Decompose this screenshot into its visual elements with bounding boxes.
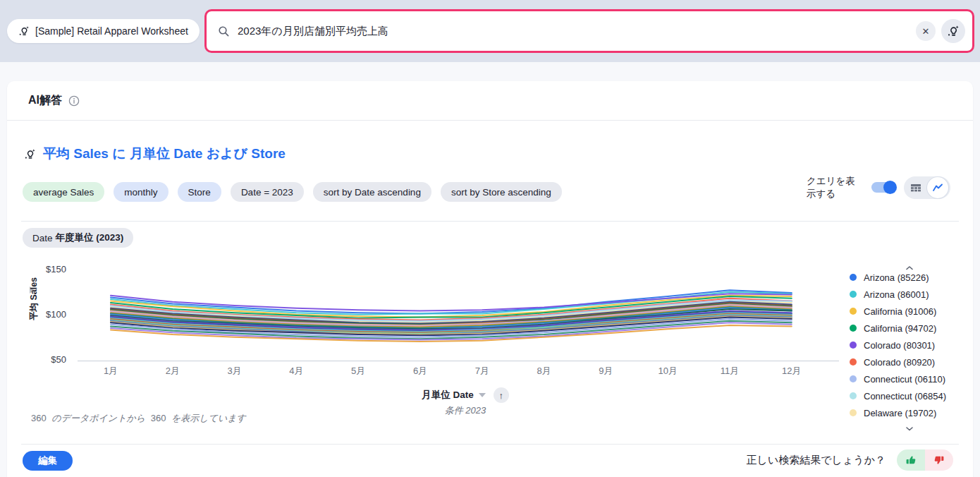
sort-ascending-button[interactable]: ↑ <box>494 387 509 403</box>
x-tick-label: 3月 <box>227 366 241 376</box>
thumbs-up-button[interactable] <box>897 449 925 471</box>
points-text: を表示しています <box>171 413 246 423</box>
worksheet-name: [Sample] Retail Apparel Worksheet <box>35 25 188 37</box>
legend-label: Arizona (85226) <box>864 272 929 283</box>
legend-label: Arizona (86001) <box>864 289 929 300</box>
x-tick-label: 4月 <box>289 366 303 376</box>
legend-scroll-down-icon[interactable] <box>850 421 969 430</box>
ai-answer-header: AI解答 <box>7 81 973 121</box>
x-tick-label: 7月 <box>475 366 489 376</box>
x-tick-label: 9月 <box>599 366 613 376</box>
legend-color-dot <box>850 291 857 298</box>
info-icon[interactable] <box>68 95 80 107</box>
feedback-question: 正しい検索結果でしょうか？ <box>747 454 886 467</box>
legend-item[interactable]: California (94702) <box>850 320 969 337</box>
search-box: ✕ <box>204 9 974 53</box>
view-switcher <box>904 176 950 199</box>
line-chart[interactable]: 1月2月3月4月5月6月7月8月9月10月11月12月 <box>78 263 839 385</box>
legend-color-dot <box>850 392 857 399</box>
divider <box>21 444 959 445</box>
y-tick-label: $150 <box>31 264 66 274</box>
x-tick-label: 11月 <box>721 366 740 376</box>
legend-color-dot <box>850 308 857 315</box>
legend-label: Connecticut (06110) <box>864 374 945 385</box>
points-text: のデータポイントから <box>51 413 145 423</box>
query-chip[interactable]: Store <box>178 182 221 202</box>
x-tick-label: 6月 <box>413 366 427 376</box>
legend-item[interactable]: Connecticut (06854) <box>850 387 969 404</box>
query-toggle[interactable] <box>871 182 895 193</box>
worksheet-selector[interactable]: [Sample] Retail Apparel Worksheet <box>7 19 200 43</box>
x-axis-control: 月単位 Date ↑ <box>374 387 557 403</box>
search-icon <box>218 25 229 37</box>
chevron-down-icon[interactable] <box>479 393 486 397</box>
date-chip-prefix: Date <box>32 233 53 243</box>
legend-item[interactable]: Connecticut (06110) <box>850 370 969 387</box>
legend-color-dot <box>850 409 857 416</box>
top-search-bar: [Sample] Retail Apparel Worksheet ✕ <box>0 0 980 62</box>
legend-label: Connecticut (06854) <box>864 391 946 401</box>
answer-title-link[interactable]: 平均 Sales に 月単位 Date および Store <box>43 145 286 163</box>
x-tick-label: 2月 <box>166 366 180 376</box>
table-view-button[interactable] <box>904 176 927 199</box>
legend-label: Colorado (80920) <box>864 357 935 368</box>
legend-color-dot <box>850 274 857 281</box>
x-tick-label: 10月 <box>658 366 677 376</box>
points-total: 360 <box>31 413 47 423</box>
spotter-bulb-icon <box>24 148 36 160</box>
x-tick-label: 8月 <box>537 366 551 376</box>
data-points-info: 360 のデータポイントから 360 を表示しています <box>28 412 246 425</box>
query-chip[interactable]: sort by Date ascending <box>313 182 431 202</box>
legend-label: Colorado (80301) <box>864 340 935 351</box>
query-chips: average SalesmonthlyStoreDate = 2023sort… <box>23 182 562 202</box>
date-chip-value: 年度単位 (2023) <box>56 231 124 244</box>
legend-label: California (94702) <box>864 323 936 334</box>
date-filter-chip[interactable]: Date 年度単位 (2023) <box>23 228 133 248</box>
legend-label: California (91006) <box>864 306 936 317</box>
legend-color-dot <box>850 325 857 332</box>
x-tick-label: 5月 <box>351 366 365 376</box>
query-toggle-label: クエリを表示する <box>807 175 863 200</box>
legend-color-dot <box>850 358 857 366</box>
query-chip[interactable]: Date = 2023 <box>231 182 304 202</box>
edit-button[interactable]: 編集 <box>23 451 73 471</box>
query-view-controls: クエリを表示する <box>807 175 950 200</box>
search-input[interactable] <box>238 25 910 37</box>
legend-item[interactable]: Arizona (86001) <box>850 286 969 303</box>
feedback-buttons <box>897 449 953 471</box>
x-axis-name[interactable]: 月単位 Date <box>422 389 474 401</box>
query-chip[interactable]: sort by Store ascending <box>441 182 562 202</box>
spotter-button[interactable] <box>941 19 965 43</box>
answer-title-row: 平均 Sales に 月単位 Date および Store <box>24 145 286 163</box>
query-chip[interactable]: average Sales <box>23 182 104 202</box>
legend-item[interactable]: Arizona (85226) <box>850 269 969 286</box>
spotter-bulb-icon <box>18 25 30 37</box>
legend-color-dot <box>850 375 857 382</box>
ai-answer-title: AI解答 <box>28 93 62 108</box>
points-shown: 360 <box>151 413 166 423</box>
x-tick-label: 1月 <box>104 366 118 376</box>
y-tick-label: $100 <box>31 309 66 320</box>
x-axis-condition: 条件 2023 <box>374 404 557 417</box>
ai-answer-card: AI解答 平均 Sales に 月単位 Date および Store avera… <box>7 81 973 477</box>
legend-item[interactable]: Colorado (80301) <box>850 337 969 354</box>
clear-search-button[interactable]: ✕ <box>916 21 936 41</box>
chart-legend: Arizona (85226)Arizona (86001)California… <box>850 260 969 430</box>
legend-item[interactable]: Colorado (80920) <box>850 354 969 370</box>
legend-list: Arizona (85226)Arizona (86001)California… <box>850 269 969 421</box>
toggle-knob <box>883 181 897 194</box>
feedback-row: 正しい検索結果でしょうか？ <box>747 449 953 471</box>
query-chip[interactable]: monthly <box>114 182 168 202</box>
legend-color-dot <box>850 342 857 349</box>
legend-item[interactable]: California (91006) <box>850 303 969 320</box>
legend-label: Delaware (19702) <box>864 408 936 418</box>
legend-item[interactable]: Delaware (19702) <box>850 404 969 421</box>
y-tick-label: $50 <box>31 354 66 365</box>
divider <box>21 221 959 222</box>
chart-view-button[interactable] <box>927 177 948 198</box>
legend-scroll-up-icon[interactable] <box>850 260 969 269</box>
thumbs-down-button[interactable] <box>925 449 953 471</box>
x-tick-label: 12月 <box>782 366 801 376</box>
spotter-answer-page: [Sample] Retail Apparel Worksheet ✕ AI解答 <box>0 0 980 477</box>
